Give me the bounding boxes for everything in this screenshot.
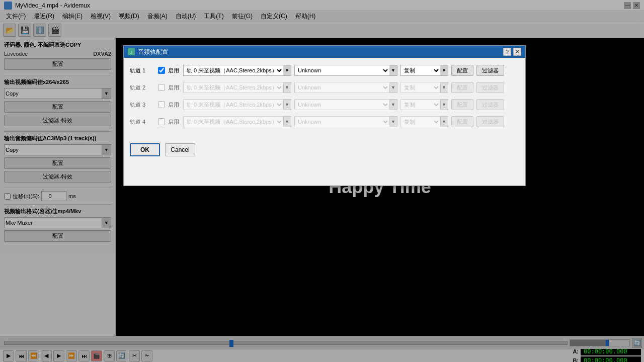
track-1-filter-button[interactable]: 过滤器 <box>476 65 504 76</box>
track-4-source-arrow: ▼ <box>283 116 291 127</box>
track-3-source-arrow: ▼ <box>283 99 291 110</box>
track-2-source-arrow: ▼ <box>283 82 291 93</box>
track-1-unknown-select[interactable]: Unknown <box>294 65 390 76</box>
modal-help-button[interactable]: ? <box>503 48 511 56</box>
track-4-codec-select[interactable]: 复制 <box>400 116 441 127</box>
track-4-source-select[interactable]: 轨 0 来至视频（AAC,Stereo,2kbps） <box>183 116 284 127</box>
track-2-filter-button[interactable]: 过滤器 <box>476 82 504 93</box>
modal-title-controls: ? ✕ <box>503 48 521 56</box>
track-1-source-select[interactable]: 轨 0 来至视频（AAC,Stereo,2kbps） <box>183 65 284 76</box>
track-2-config-button[interactable]: 配置 <box>451 82 473 93</box>
modal-icon: ♪ <box>128 48 135 55</box>
track-2-unknown-select[interactable]: Unknown <box>294 82 390 93</box>
track-3-row: 轨道 3 启用 轨 0 来至视频（AAC,Stereo,2kbps） ▼ Unk… <box>130 98 519 111</box>
track-2-checkbox[interactable] <box>158 84 165 91</box>
track-3-filter-button[interactable]: 过滤器 <box>476 99 504 110</box>
modal-body: 轨道 1 启用 轨 0 来至视频（AAC,Stereo,2kbps） ▼ Unk… <box>124 58 525 138</box>
track-1-codec-arrow[interactable]: ▼ <box>440 65 448 76</box>
modal-overlay: ♪ 音频轨配置 ? ✕ 轨道 1 启用 轨 0 来至视频（AAC,Stereo,… <box>0 0 644 362</box>
modal-title-left: ♪ 音频轨配置 <box>128 48 168 56</box>
modal-title-bar: ♪ 音频轨配置 ? ✕ <box>124 46 525 58</box>
track-4-label: 轨道 4 <box>130 118 155 126</box>
track-4-enable-label: 启用 <box>168 118 180 126</box>
track-1-source-arrow[interactable]: ▼ <box>283 65 291 76</box>
track-3-config-button[interactable]: 配置 <box>451 99 473 110</box>
track-2-row: 轨道 2 启用 轨 0 来至视频（AAC,Stereo,2kbps） ▼ Unk… <box>130 81 519 94</box>
track-2-codec-select[interactable]: 复制 <box>400 82 441 93</box>
track-2-label: 轨道 2 <box>130 84 155 92</box>
track-1-enable-label: 启用 <box>168 67 180 74</box>
track-4-unknown-arrow: ▼ <box>389 116 397 127</box>
track-4-checkbox[interactable] <box>158 118 165 125</box>
modal-footer: OK Cancel <box>124 138 525 161</box>
cancel-button[interactable]: Cancel <box>165 143 195 156</box>
track-3-enable-label: 启用 <box>168 101 180 109</box>
track-3-unknown-arrow: ▼ <box>389 99 397 110</box>
track-2-unknown-arrow: ▼ <box>389 82 397 93</box>
modal-close-button[interactable]: ✕ <box>513 48 521 56</box>
track-3-label: 轨道 3 <box>130 101 155 109</box>
audio-config-modal: ♪ 音频轨配置 ? ✕ 轨道 1 启用 轨 0 来至视频（AAC,Stereo,… <box>123 45 526 186</box>
track-2-codec-arrow: ▼ <box>440 82 448 93</box>
track-2-source-select[interactable]: 轨 0 来至视频（AAC,Stereo,2kbps） <box>183 82 284 93</box>
track-1-row: 轨道 1 启用 轨 0 来至视频（AAC,Stereo,2kbps） ▼ Unk… <box>130 64 519 77</box>
track-4-unknown-select[interactable]: Unknown <box>294 116 390 127</box>
track-1-checkbox[interactable] <box>158 67 165 74</box>
track-4-codec-arrow: ▼ <box>440 116 448 127</box>
track-1-unknown-arrow[interactable]: ▼ <box>389 65 397 76</box>
ok-button[interactable]: OK <box>130 143 160 156</box>
modal-title-text: 音频轨配置 <box>138 48 168 56</box>
track-3-checkbox[interactable] <box>158 101 165 108</box>
track-1-label: 轨道 1 <box>130 67 155 74</box>
track-2-enable-label: 启用 <box>168 84 180 92</box>
track-3-unknown-select[interactable]: Unknown <box>294 99 390 110</box>
track-3-source-select[interactable]: 轨 0 来至视频（AAC,Stereo,2kbps） <box>183 99 284 110</box>
track-4-row: 轨道 4 启用 轨 0 来至视频（AAC,Stereo,2kbps） ▼ Unk… <box>130 115 519 128</box>
track-3-codec-arrow: ▼ <box>440 99 448 110</box>
track-4-filter-button[interactable]: 过滤器 <box>476 116 504 127</box>
track-1-config-button[interactable]: 配置 <box>451 65 473 76</box>
track-1-codec-select[interactable]: 复制 <box>400 65 441 76</box>
track-3-codec-select[interactable]: 复制 <box>400 99 441 110</box>
track-4-config-button[interactable]: 配置 <box>451 116 473 127</box>
